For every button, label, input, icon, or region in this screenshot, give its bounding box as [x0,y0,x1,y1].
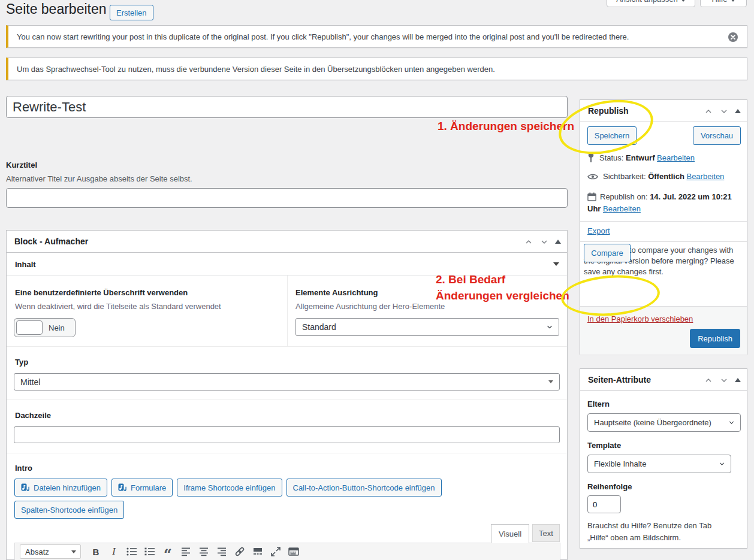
help-button[interactable]: Hilfe [700,0,747,7]
collapse-panel-icon[interactable] [735,109,741,113]
inhalt-label: Inhalt [15,260,36,269]
intro-label: Intro [15,464,32,473]
move-up-icon[interactable] [524,237,533,247]
notice-text: Um das Sprachwechsel-Tool zu nutzen, mus… [17,65,495,74]
help-line: „Hilfe“ oben am Bildschirm. [587,532,711,544]
post-title-input[interactable] [6,96,568,118]
move-down-icon[interactable] [719,107,729,116]
move-up-icon[interactable] [704,376,713,385]
panel-title: Republish [588,106,629,116]
media-icon [21,483,30,492]
align-left-icon[interactable] [178,544,194,559]
divider [7,453,567,453]
notice-text: You can now start rewriting your post in… [17,32,629,41]
schedule-row: Republish on: 14. Jul. 2022 um 10:21 Uhr… [587,191,735,215]
collapse-panel-icon[interactable] [555,240,561,244]
tab-visual[interactable]: Visuell [491,524,529,543]
move-down-icon[interactable] [719,376,729,385]
selected-value: Hauptseite (keine Übergeordnete) [594,418,711,427]
selected-value: Standard [302,322,336,332]
create-button[interactable]: Erstellen [110,5,153,20]
republish-button[interactable]: Republish [690,329,740,348]
cta-shortcode-button[interactable]: Call-to-Action-Button-Shortcode einfügen [286,479,442,497]
caret-down-icon [553,262,559,266]
custom-heading-label: Eine benutzerdefinierte Überschrift verw… [15,288,188,297]
trash-link[interactable]: In den Papierkorb verschieben [587,314,693,323]
divider [287,276,288,347]
iframe-shortcode-button[interactable]: Iframe Shortcode einfügen [177,479,282,497]
visibility-value: Öffentlich [648,172,684,181]
custom-heading-description: Wenn deaktiviert, wird die Titelseite al… [15,302,221,311]
add-files-button[interactable]: Dateien hinzufügen [14,479,107,497]
status-value: Entwurf [626,153,655,162]
custom-heading-toggle[interactable]: Nein [14,318,76,337]
fullscreen-icon[interactable] [268,544,283,559]
numbered-list-icon[interactable] [142,544,158,559]
save-button[interactable]: Speichern [587,126,637,145]
chevron-down-icon [731,0,735,2]
help-label: Hilfe [711,0,727,4]
selected-value: Mittel [20,377,40,387]
calendar-icon [587,192,596,201]
forms-button[interactable]: Formulare [111,479,173,497]
intro-button-row: Dateien hinzufügen Formulare Iframe Shor… [14,479,458,519]
bullet-list-icon[interactable] [124,544,140,559]
paragraph-format-select[interactable]: Absatz [20,544,81,559]
button-label: Formulare [131,483,166,492]
bold-icon[interactable]: B [88,544,104,559]
align-center-icon[interactable] [196,544,212,559]
page-title: Seite bearbeiten [6,1,107,17]
compare-button[interactable]: Compare [584,244,631,262]
italic-icon[interactable]: I [106,544,122,559]
eye-icon [587,173,598,180]
annotation-line: Änderungen vergleichen [436,287,569,304]
toolbar-toggle-icon[interactable] [286,544,301,559]
selected-value: Absatz [25,547,49,556]
button-label: Dateien hinzufügen [34,483,101,492]
edit-schedule-link[interactable]: Bearbeiten [603,204,641,213]
columns-shortcode-button[interactable]: Spalten-Shortcode einfügen [14,501,124,519]
move-down-icon[interactable] [539,237,549,247]
panel-header[interactable]: Seiten-Attribute [580,369,747,391]
screen-options-button[interactable]: Ansicht anpassen [607,0,695,7]
edit-visibility-link[interactable]: Bearbeiten [686,172,724,181]
schedule-label: Republish on: [600,192,648,201]
template-select[interactable]: Flexible Inhalte [587,455,731,473]
typ-label: Typ [15,358,28,367]
divider [580,221,747,222]
panel-header[interactable]: Block - Aufmacher [7,231,567,253]
elemente-ausrichtung-label: Elemente Ausrichtung [295,288,378,297]
read-more-icon[interactable] [250,544,266,559]
page-attributes-panel: Seiten-Attribute Eltern Hauptseite (kein… [580,368,747,549]
export-link[interactable]: Export [587,226,610,235]
annotation-line: 2. Bei Bedarf [436,271,569,287]
kurztitel-description: Alternativer Titel zur Ausgabe abseits d… [6,174,192,183]
typ-select[interactable]: Mittel [14,373,560,391]
panel-title: Block - Aufmacher [14,237,88,246]
align-right-icon[interactable] [214,544,230,559]
help-line: Brauchst du Hilfe? Benutze den Tab [587,520,711,532]
button-label: Spalten-Shortcode einfügen [21,505,117,514]
parent-select[interactable]: Hauptseite (keine Übergeordnete) [587,413,741,432]
button-label: Call-to-Action-Button-Shortcode einfügen [293,483,435,492]
annotation-step2: 2. Bei Bedarf Änderungen vergleichen [436,271,569,304]
caret-down-icon [548,380,553,383]
tab-text[interactable]: Text [532,524,560,542]
link-icon[interactable] [232,544,248,559]
panel-header[interactable]: Republish [580,100,747,122]
chevron-down-icon [718,460,726,468]
preview-button[interactable]: Vorschau [693,126,741,145]
toggle-value: Nein [49,323,65,332]
chevron-down-icon [728,419,735,426]
dachzeile-input[interactable] [14,426,560,443]
move-up-icon[interactable] [704,107,713,116]
republish-panel: Republish Speichern Vorschau Status: Ent… [580,99,747,355]
collapse-panel-icon[interactable] [735,378,741,382]
blockquote-icon[interactable]: “ [160,544,176,559]
dismiss-notice-icon[interactable] [728,32,738,43]
edit-status-link[interactable]: Bearbeiten [657,153,695,162]
elemente-ausrichtung-select[interactable]: Standard [295,318,559,336]
kurztitel-input[interactable] [6,188,568,208]
order-input[interactable] [587,495,621,513]
status-row: Status: Entwurf Bearbeiten [587,152,695,163]
